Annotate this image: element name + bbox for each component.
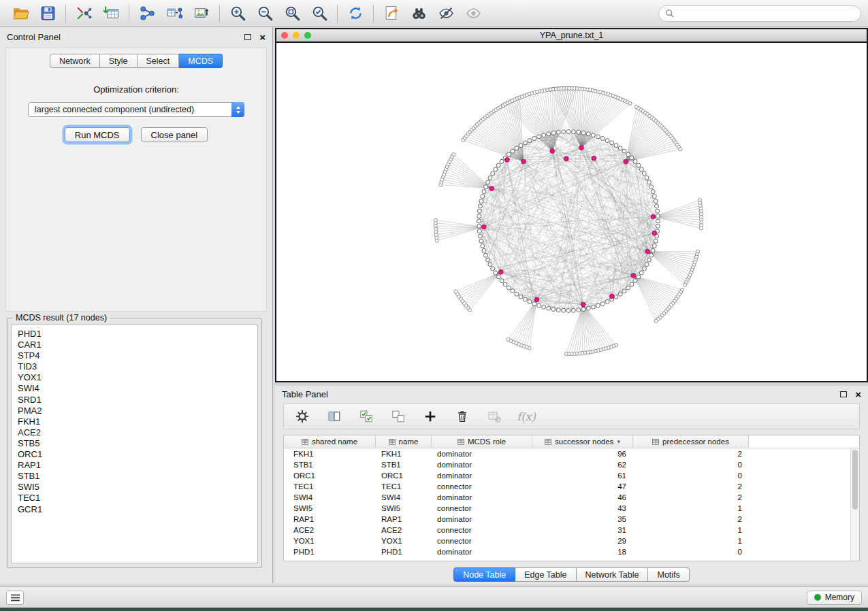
- table-row[interactable]: STB1 STB1 dominator 62 0: [284, 459, 859, 470]
- network-canvas[interactable]: [276, 44, 867, 381]
- sort-indicator-icon[interactable]: ▾: [617, 438, 620, 445]
- control-panel-tab[interactable]: Style: [100, 54, 138, 68]
- columns-icon: [327, 409, 342, 424]
- table-panel-tab[interactable]: Node Table: [453, 567, 515, 582]
- toolbar-separator: [129, 5, 129, 22]
- mcds-result-item[interactable]: TID3: [18, 361, 257, 372]
- table-scrollbar-thumb[interactable]: [852, 450, 858, 510]
- close-panel-icon[interactable]: ×: [259, 32, 266, 42]
- run-mcds-button[interactable]: Run MCDS: [65, 127, 130, 142]
- float-table-panel-icon[interactable]: [840, 391, 847, 397]
- column-header[interactable]: shared name ▾: [284, 435, 376, 448]
- mcds-result-item[interactable]: PMA2: [18, 406, 257, 416]
- mcds-result-item[interactable]: SWI4: [18, 383, 257, 394]
- column-header[interactable]: successor nodes ▾: [532, 435, 633, 448]
- table-row[interactable]: PHD1 PHD1 dominator 18 0: [284, 546, 859, 557]
- zoom-fit-button[interactable]: [278, 2, 306, 25]
- control-panel-tab[interactable]: MCDS: [179, 54, 223, 68]
- delete-table-button[interactable]: [485, 408, 503, 425]
- cell-predecessor-nodes: 0: [633, 472, 749, 480]
- table-panel-tab[interactable]: Network Table: [577, 567, 649, 582]
- table-row[interactable]: ACE2 ACE2 connector 31 1: [284, 525, 859, 535]
- column-header[interactable]: name ▾: [376, 435, 432, 448]
- column-header[interactable]: MCDS role ▾: [432, 435, 532, 448]
- toolbar-separator: [373, 5, 374, 22]
- mcds-result-item[interactable]: SRD1: [18, 395, 257, 406]
- create-column-button[interactable]: [421, 408, 439, 425]
- mcds-result-item[interactable]: TEC1: [18, 493, 257, 503]
- mcds-result-item[interactable]: YOX1: [18, 372, 257, 383]
- cell-name: RAP1: [376, 515, 432, 523]
- table-row[interactable]: SWI4 SWI4 dominator 46 2: [284, 492, 859, 503]
- table-row[interactable]: TEC1 TEC1 connector 47 2: [284, 481, 859, 492]
- export-network-button[interactable]: [378, 2, 405, 25]
- function-builder-button[interactable]: f(x): [517, 408, 535, 425]
- network-from-table-button[interactable]: [161, 2, 188, 25]
- mcds-result-item[interactable]: GCR1: [18, 504, 257, 515]
- table-row[interactable]: FKH1 FKH1 dominator 96 2: [284, 448, 859, 459]
- mcds-result-list[interactable]: PHD1 CAR1 STP4 TID3 YOX1 SWI4 SRD1 PMA2 …: [11, 325, 258, 563]
- float-panel-icon[interactable]: [244, 34, 251, 40]
- plus-icon: [423, 409, 438, 424]
- save-session-button[interactable]: [34, 2, 61, 25]
- table-panel-tab[interactable]: Motifs: [648, 567, 689, 582]
- status-menu-button[interactable]: [6, 591, 24, 605]
- zoom-in-button[interactable]: [224, 2, 251, 25]
- network-graph[interactable]: [276, 44, 867, 381]
- mcds-result-item[interactable]: STB5: [18, 438, 257, 449]
- attribute-grid-icon: [652, 439, 659, 445]
- mcds-result-item[interactable]: SWI5: [18, 482, 257, 493]
- memory-button[interactable]: Memory: [807, 591, 862, 605]
- cell-predecessor-nodes: 2: [633, 515, 749, 523]
- zoom-out-button[interactable]: [251, 2, 278, 25]
- deselect-all-button[interactable]: [389, 408, 407, 425]
- close-panel-button[interactable]: Close panel: [141, 127, 208, 142]
- import-network-button[interactable]: [70, 2, 97, 25]
- control-panel-tab[interactable]: Network: [50, 54, 100, 68]
- mcds-result-item[interactable]: STB1: [18, 471, 257, 482]
- import-table-button[interactable]: [97, 2, 125, 25]
- column-header[interactable]: predecessor nodes ▾: [633, 435, 749, 448]
- mcds-result-item[interactable]: RAP1: [18, 460, 257, 471]
- mcds-result-item[interactable]: STP4: [18, 350, 257, 361]
- table-panel-title: Table Panel: [282, 389, 328, 399]
- table-mode-button[interactable]: [293, 408, 311, 425]
- table-row[interactable]: RAP1 RAP1 dominator 35 2: [284, 514, 859, 525]
- export-image-button[interactable]: [188, 2, 215, 25]
- table-row[interactable]: YOX1 YOX1 connector 29 1: [284, 535, 859, 546]
- control-panel: Control Panel × Network Style Select MCD…: [0, 27, 273, 583]
- select-all-button[interactable]: [357, 408, 375, 425]
- mcds-result-item[interactable]: FKH1: [18, 416, 257, 427]
- show-all-button[interactable]: [460, 2, 487, 25]
- cell-name: ACE2: [376, 526, 432, 534]
- zoom-fit-icon: [284, 5, 301, 22]
- eye-slash-icon: [438, 5, 455, 22]
- mcds-panel-content: Network Style Select MCDS Optimization c…: [5, 48, 267, 312]
- close-table-panel-icon[interactable]: ×: [855, 389, 861, 399]
- cell-mcds-role: dominator: [432, 461, 532, 469]
- apply-layout-button[interactable]: [342, 2, 369, 25]
- cell-predecessor-nodes: 1: [633, 526, 749, 534]
- mcds-result-item[interactable]: ACE2: [18, 427, 257, 438]
- save-floppy-icon: [39, 5, 57, 22]
- zoom-selected-button[interactable]: [306, 2, 333, 25]
- control-panel-tab[interactable]: Select: [138, 54, 180, 68]
- table-row[interactable]: SWI5 SWI5 connector 43 1: [284, 503, 859, 514]
- table-row[interactable]: ORC1 ORC1 dominator 61 0: [284, 470, 859, 481]
- show-columns-button[interactable]: [325, 408, 343, 425]
- mcds-result-item[interactable]: CAR1: [18, 340, 257, 350]
- hide-selected-button[interactable]: [432, 2, 460, 25]
- first-neighbors-button[interactable]: [405, 2, 432, 25]
- table-scrollbar[interactable]: [850, 448, 859, 561]
- new-network-button[interactable]: [133, 2, 161, 25]
- mcds-result-item[interactable]: ORC1: [18, 449, 257, 460]
- cell-predecessor-nodes: 2: [633, 482, 749, 491]
- table-panel-tab[interactable]: Edge Table: [515, 567, 576, 582]
- criterion-select[interactable]: largest connected component (undirected): [28, 102, 244, 117]
- mcds-result-item[interactable]: PHD1: [18, 329, 257, 340]
- open-session-button[interactable]: [7, 2, 34, 25]
- search-input[interactable]: [677, 9, 854, 18]
- network-view-titlebar[interactable]: YPA_prune.txt_1: [276, 29, 867, 43]
- delete-column-button[interactable]: [453, 408, 471, 425]
- gear-icon: [295, 409, 310, 424]
